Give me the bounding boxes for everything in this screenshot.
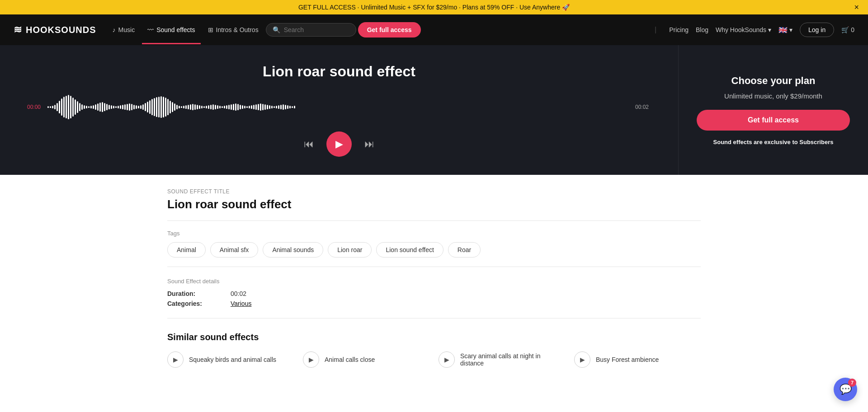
tag-chip[interactable]: Animal [167, 242, 206, 258]
similar-play-button[interactable]: ▶ [167, 351, 184, 368]
nav-pricing[interactable]: Pricing [669, 26, 689, 33]
waveform-bar [249, 106, 250, 108]
waveform-bar [217, 105, 218, 109]
search-box: 🔍 [266, 23, 356, 37]
similar-section: Similar sound effects ▶ Squeaky birds an… [167, 332, 701, 368]
similar-item-name: Animal calls close [325, 356, 375, 363]
waveform-bar [269, 105, 270, 109]
similar-item: ▶ Scary animal calls at night in distanc… [439, 351, 565, 368]
chat-button[interactable]: 💬 7 [834, 378, 857, 395]
plan-note: Sound effects are exclusive to Subscribe… [713, 139, 834, 145]
plan-get-access-button[interactable]: Get full access [697, 110, 850, 131]
waveform-bar [86, 106, 87, 108]
waveform-bar [206, 106, 207, 108]
duration-value: 00:02 [231, 290, 246, 297]
waveform-bar [294, 106, 295, 108]
tag-chip[interactable]: Lion roar [328, 242, 372, 258]
chevron-lang-icon: ▾ [789, 26, 793, 33]
cart-icon: 🛒 [841, 26, 849, 33]
waveform-bar [120, 105, 121, 109]
waveform-bar [145, 103, 146, 111]
tag-chip[interactable]: Roar [448, 242, 481, 258]
categories-key: Categories: [167, 300, 231, 307]
details-section: Sound Effect details Duration: 00:02 Cat… [167, 278, 701, 307]
nav-intros[interactable]: ⊞ Intros & Outros [203, 23, 264, 37]
waveform-bar [183, 106, 184, 108]
cart-button[interactable]: 🛒 0 [841, 26, 854, 33]
waveform-bar [149, 100, 151, 114]
waveform-bar [215, 105, 216, 109]
divider-2 [167, 267, 701, 267]
waveform-bar [264, 104, 266, 110]
waveform-bar [292, 106, 293, 108]
similar-item-name: Squeaky birds and animal calls [189, 356, 276, 363]
waveform-bar [242, 105, 243, 109]
tag-chip[interactable]: Lion sound effect [376, 242, 443, 258]
waveform-bar [140, 105, 142, 109]
waveform-bar [72, 98, 74, 117]
details-label: Sound Effect details [167, 278, 701, 285]
waveform-bar [167, 99, 169, 115]
nav-music-label: Music [118, 26, 135, 33]
waveform-bar [244, 106, 245, 108]
similar-play-button[interactable]: ▶ [574, 351, 590, 368]
play-button[interactable]: ▶ [326, 131, 352, 157]
nav-sfx-label: Sound effects [156, 26, 195, 33]
similar-play-button[interactable]: ▶ [303, 351, 319, 368]
nav-language[interactable]: 🇬🇧 ▾ [778, 26, 793, 34]
get-full-access-nav-button[interactable]: Get full access [358, 22, 421, 37]
waveform-bar [289, 106, 291, 108]
audio-player: Lion roar sound effect 00:00 00:02 ⏮ ▶ ⏭ [0, 45, 678, 175]
tag-chip[interactable]: Animal sfx [210, 242, 259, 258]
banner-text: GET FULL ACCESS · Unlimited Music + SFX … [298, 4, 570, 11]
tag-chip[interactable]: Animal sounds [263, 242, 323, 258]
login-button[interactable]: Log in [800, 23, 834, 37]
nav-sfx[interactable]: 〰 Sound effects [142, 23, 200, 37]
forward-button[interactable]: ⏭ [363, 136, 376, 152]
nav-why[interactable]: Why HookSounds ▾ [716, 26, 771, 33]
similar-item: ▶ Busy Forest ambience [574, 351, 701, 368]
banner-close-button[interactable]: × [854, 3, 859, 12]
waveform-bar [133, 105, 135, 109]
divider-1 [167, 220, 701, 221]
waveform-bar [192, 104, 193, 110]
waveform-bar [190, 104, 191, 110]
waveform-bar [208, 105, 209, 109]
waveform-bar [160, 96, 162, 118]
waveform-bar [283, 104, 284, 110]
waveform-bar [197, 105, 198, 109]
waveform-bar [142, 104, 144, 110]
logo[interactable]: ≋ HOOKSOUNDS [14, 24, 96, 36]
why-label: Why HookSounds [716, 26, 766, 33]
duration-key: Duration: [167, 290, 231, 297]
rewind-button[interactable]: ⏮ [302, 136, 316, 152]
search-input[interactable] [284, 26, 338, 33]
waveform-bar [280, 105, 282, 109]
waveform-bar [90, 106, 92, 108]
waveform-bar [163, 97, 164, 117]
categories-link[interactable]: Various [231, 300, 251, 307]
similar-item-name: Scary animal calls at night in distance [460, 352, 565, 367]
divider-3 [167, 318, 701, 318]
waveform-bar [267, 105, 268, 109]
similar-play-button[interactable]: ▶ [439, 351, 455, 368]
waveform-bar [151, 99, 153, 115]
waveform-bar [262, 104, 264, 110]
waveform-bar [77, 101, 78, 113]
waveform-bar [106, 104, 108, 110]
plan-title: Choose your plan [731, 75, 816, 87]
nav-blog[interactable]: Blog [696, 26, 708, 33]
sound-effect-title-label: Sound Effect title [167, 188, 701, 195]
waveform-bar [276, 106, 277, 108]
hero-section: Lion roar sound effect 00:00 00:02 ⏮ ▶ ⏭… [0, 45, 868, 175]
tags-label: Tags [167, 230, 701, 237]
categories-row: Categories: Various [167, 300, 701, 307]
similar-item: ▶ Squeaky birds and animal calls [167, 351, 294, 368]
waveform-bar [156, 97, 157, 117]
waveform-container: 00:00 00:02 [27, 94, 651, 121]
nav-music[interactable]: ♪ Music [107, 23, 141, 37]
waveform-bar [203, 106, 205, 108]
categories-value: Various [231, 300, 251, 307]
waveform-bar [255, 104, 257, 110]
waveform-bar [253, 105, 255, 109]
